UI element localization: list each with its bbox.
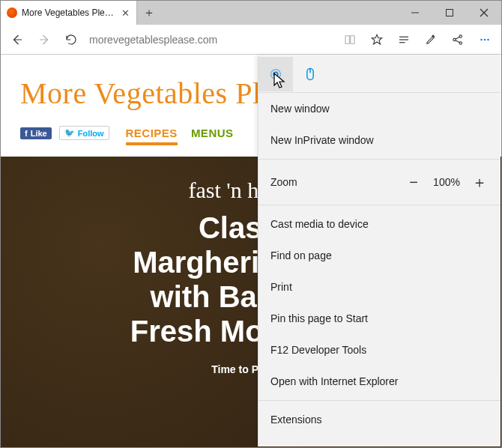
svg-point-12 (480, 38, 482, 40)
menu-separator (258, 400, 501, 401)
menu-new-inprivate[interactable]: New InPrivate window (258, 124, 501, 156)
facebook-f-icon: f (25, 129, 28, 138)
menu-separator (258, 159, 501, 160)
zoom-out-button[interactable]: − (399, 167, 429, 197)
menu-cast[interactable]: Cast media to device (258, 208, 501, 240)
maximize-icon (445, 8, 454, 17)
menu-print[interactable]: Print (258, 271, 501, 303)
svg-point-14 (487, 38, 489, 40)
svg-point-13 (484, 38, 486, 40)
menu-open-ie[interactable]: Open with Internet Explorer (258, 366, 501, 397)
mouse-icon (303, 67, 318, 82)
close-icon (480, 8, 489, 17)
forward-arrow-icon (37, 33, 51, 46)
minimize-button[interactable] (398, 1, 432, 25)
svg-rect-1 (447, 10, 453, 16)
facebook-like-button[interactable]: f Like (20, 127, 52, 139)
tab-active[interactable]: More Vegetables Please ✕ (1, 1, 137, 25)
back-button[interactable] (4, 26, 31, 53)
overflow-menu: New window New InPrivate window Zoom − 1… (258, 55, 501, 447)
zoom-value: 100% (429, 176, 465, 188)
zoom-label: Zoom (270, 176, 399, 188)
like-label: Like (31, 129, 47, 138)
toolbar: morevegetablesplease.com (1, 25, 501, 55)
address-bar[interactable]: morevegetablesplease.com (89, 34, 332, 46)
more-dots-icon (478, 33, 492, 46)
nav-recipes[interactable]: RECIPES (126, 127, 178, 139)
svg-line-10 (456, 37, 459, 39)
tomato-favicon-icon (7, 7, 17, 18)
refresh-icon (64, 33, 78, 46)
close-tab-icon[interactable]: ✕ (120, 7, 130, 18)
notes-button[interactable] (417, 26, 444, 53)
menu-f12[interactable]: F12 Developer Tools (258, 334, 501, 366)
maximize-button[interactable] (432, 1, 467, 25)
forward-button[interactable] (31, 26, 58, 53)
menu-extensions[interactable]: Extensions (258, 404, 501, 435)
browser-window: More Vegetables Please ✕ ＋ morevegetable… (0, 0, 502, 448)
site-nav: RECIPES MENUS (126, 127, 234, 139)
back-arrow-icon (10, 33, 24, 46)
touch-mode-button[interactable] (258, 57, 293, 91)
menu-separator (258, 205, 501, 205)
mouse-mode-button[interactable] (293, 57, 327, 91)
twitter-bird-icon: 🐦 (64, 128, 75, 138)
notes-icon (424, 33, 438, 46)
minimize-icon (411, 8, 420, 17)
tab-strip: More Vegetables Please ✕ ＋ (1, 1, 501, 25)
twitter-follow-button[interactable]: 🐦 Follow (59, 126, 109, 140)
refresh-button[interactable] (58, 26, 85, 53)
svg-point-8 (459, 34, 462, 37)
svg-point-15 (273, 72, 278, 76)
menu-zoom-row: Zoom − 100% ＋ (258, 163, 501, 202)
menu-pin[interactable]: Pin this page to Start (258, 303, 501, 334)
new-tab-button[interactable]: ＋ (137, 1, 161, 25)
zoom-in-button[interactable]: ＋ (465, 167, 495, 197)
tab-title: More Vegetables Please (22, 7, 117, 18)
follow-label: Follow (78, 129, 104, 138)
share-button[interactable] (444, 26, 471, 53)
svg-point-7 (453, 38, 456, 40)
more-button[interactable] (471, 26, 498, 53)
menu-new-window[interactable]: New window (258, 93, 501, 124)
hub-button[interactable] (390, 26, 417, 53)
favorites-button[interactable] (363, 26, 390, 53)
svg-point-16 (271, 69, 281, 79)
share-icon (451, 33, 465, 46)
nav-menus[interactable]: MENUS (191, 127, 234, 139)
svg-line-11 (456, 40, 459, 42)
svg-point-9 (459, 41, 462, 43)
hub-icon (397, 33, 411, 46)
address-url: morevegetablesplease.com (89, 34, 217, 46)
touch-icon (267, 66, 284, 82)
reading-view-icon (343, 33, 357, 46)
menu-find[interactable]: Find on page (258, 240, 501, 271)
menu-top-row (258, 55, 501, 93)
star-icon (370, 33, 384, 46)
window-close-button[interactable] (467, 1, 501, 25)
tabstrip-spacer (161, 1, 398, 25)
reading-view-button[interactable] (336, 26, 363, 53)
